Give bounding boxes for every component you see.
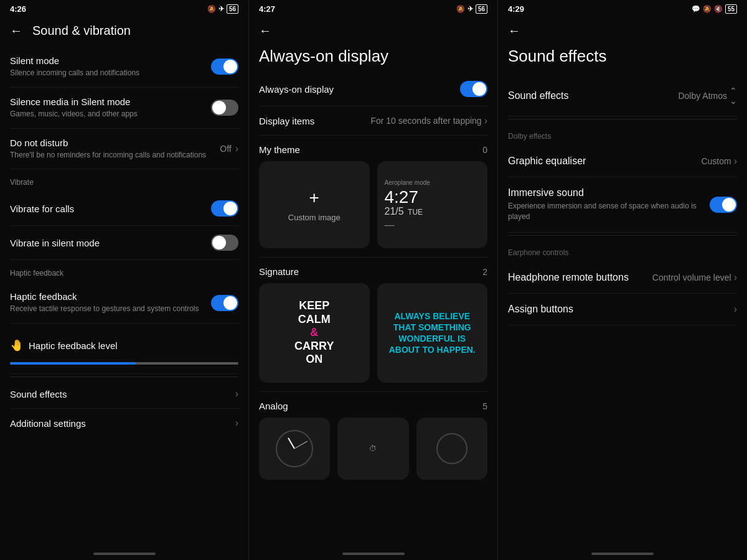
clock-aero: Aeroplane mode xyxy=(385,179,481,186)
hour-hand xyxy=(288,437,295,449)
clock-time: 4:27 xyxy=(385,189,481,206)
page-title-1: Sound & vibration xyxy=(32,24,131,38)
dnd-label: Do not disturb xyxy=(10,138,206,148)
silent-mode-toggle[interactable] xyxy=(211,58,238,75)
bottom-bar-2 xyxy=(342,553,405,555)
page-header-3: ← xyxy=(498,17,747,47)
vibrate-silent-label: Vibrate in silent mode xyxy=(10,238,100,248)
keep-line1: KEEP CALM & CARRY ON xyxy=(294,299,334,366)
back-button-3[interactable]: ← xyxy=(508,24,520,38)
my-theme-count: 0 xyxy=(482,145,487,155)
headphone-chevron: › xyxy=(734,272,737,283)
time-1: 4:26 xyxy=(10,4,26,14)
sound-effects-title: Sound effects xyxy=(508,47,737,66)
silent-mode-label: Silent mode xyxy=(10,55,139,66)
immersive-text: Immersive sound Experience immersion and… xyxy=(508,187,710,222)
display-items-chevron: › xyxy=(484,115,487,126)
dnd-sublabel: There'll be no reminders for incoming ca… xyxy=(10,150,206,161)
headphone-item[interactable]: Headphone remote buttons Control volume … xyxy=(508,262,737,294)
vibrate-section-label: Vibrate xyxy=(10,169,238,192)
haptic-slider-track[interactable] xyxy=(10,362,238,365)
vibrate-calls-toggle[interactable] xyxy=(211,200,238,217)
signature-count: 2 xyxy=(482,267,487,277)
assign-buttons-item[interactable]: Assign buttons › xyxy=(508,294,737,325)
bottom-bar-1 xyxy=(93,553,156,555)
silent-mode-text: Silent mode Silence incoming calls and n… xyxy=(10,55,139,78)
silent-mode-sublabel: Silence incoming calls and notifications xyxy=(10,68,139,78)
immersive-toggle[interactable] xyxy=(710,197,737,213)
graphic-eq-chevron: › xyxy=(734,156,737,167)
plus-icon: + xyxy=(309,188,319,208)
time-3: 4:29 xyxy=(508,4,524,14)
additional-settings-item[interactable]: Additional settings › xyxy=(10,409,238,437)
flight-icon-2: ✈ xyxy=(467,5,473,13)
vibrate-calls-label: Vibrate for calls xyxy=(10,203,74,214)
vol-icon: 🔇 xyxy=(714,5,723,13)
whatsapp-icon: 💬 xyxy=(692,5,700,13)
headphone-label: Headphone remote buttons xyxy=(508,272,629,283)
status-icons-1: 🔕 ✈ 56 xyxy=(207,4,238,14)
vibrate-silent-toggle[interactable] xyxy=(211,235,238,251)
analog-card-3[interactable] xyxy=(416,418,487,480)
haptic-sublabel: Receive tactile response to gestures and… xyxy=(10,304,199,314)
silence-media-toggle[interactable] xyxy=(211,100,238,116)
scroll-content-1: Silent mode Silence incoming calls and n… xyxy=(0,47,248,548)
analog-grid: ⏱ xyxy=(259,418,487,480)
custom-image-label: Custom image xyxy=(288,213,341,222)
page-header-1: ← Sound & vibration xyxy=(0,17,248,47)
analog-card-1[interactable] xyxy=(259,418,330,480)
mute-icon: 🔕 xyxy=(207,5,216,13)
analog-card-2[interactable]: ⏱ xyxy=(337,418,408,480)
analog-item: Analog 5 ⏱ xyxy=(259,392,487,488)
haptic-toggle[interactable] xyxy=(211,295,238,311)
additional-chevron: › xyxy=(235,418,238,429)
believe-text: ALWAYS BELIEVE THAT SOMETHING WONDERFUL … xyxy=(377,303,488,363)
graphic-eq-value: Custom xyxy=(701,156,731,166)
clock-preview-card[interactable]: Aeroplane mode 4:27 21/5 TUE — xyxy=(377,161,488,248)
graphic-eq-item[interactable]: Graphic equaliser Custom › xyxy=(508,146,737,177)
sound-effects-item[interactable]: Sound effects › xyxy=(10,380,238,409)
analog-clock-1 xyxy=(276,430,313,467)
dnd-item[interactable]: Do not disturb There'll be no reminders … xyxy=(10,129,238,170)
immersive-sublabel: Experience immersion and sense of space … xyxy=(508,201,702,222)
back-button-1[interactable]: ← xyxy=(10,24,22,38)
back-button-2[interactable]: ← xyxy=(259,24,271,38)
time-2: 4:27 xyxy=(259,4,275,14)
divider-2 xyxy=(508,235,737,236)
display-items-label: Display items xyxy=(259,116,314,126)
status-bar-3: 4:29 💬 🔕 🔇 55 xyxy=(498,0,747,17)
aod-label: Always-on display xyxy=(259,84,334,95)
vibrate-silent-item: Vibrate in silent mode xyxy=(10,226,238,260)
keep-calm-content: KEEP CALM & CARRY ON xyxy=(284,289,344,376)
panel-sound-effects: 4:29 💬 🔕 🔇 55 ← Sound effects Sound effe… xyxy=(498,0,747,560)
aod-toggle-item: Always-on display xyxy=(259,72,487,106)
status-bar-1: 4:26 🔕 ✈ 56 xyxy=(0,0,248,17)
scroll-content-2: Always-on display Display items For 10 s… xyxy=(249,72,497,548)
status-bar-2: 4:27 🔕 ✈ 56 xyxy=(249,0,497,17)
clock-dash: — xyxy=(385,220,481,231)
bottom-bar-3 xyxy=(591,553,654,555)
believe-card[interactable]: ALWAYS BELIEVE THAT SOMETHING WONDERFUL … xyxy=(377,283,488,383)
sound-effects-label: Sound effects xyxy=(10,389,67,399)
graphic-eq-value-row: Custom › xyxy=(701,156,737,167)
battery-2: 56 xyxy=(476,4,487,14)
aod-title: Always-on display xyxy=(259,47,487,66)
graphic-eq-label: Graphic equaliser xyxy=(508,156,586,167)
haptic-feedback-item: Haptic feedback Receive tactile response… xyxy=(10,282,238,324)
additional-settings-label: Additional settings xyxy=(10,418,86,429)
signature-grid: KEEP CALM & CARRY ON ALWAYS BELIEVE THAT… xyxy=(259,283,487,383)
display-items-item[interactable]: Display items For 10 seconds after tappi… xyxy=(259,106,487,136)
theme-grid: + Custom image Aeroplane mode 4:27 21/5 … xyxy=(259,161,487,248)
flight-icon: ✈ xyxy=(218,5,224,13)
earphone-section: Earphone controls xyxy=(508,238,737,262)
divider-1 xyxy=(508,119,737,119)
aod-toggle[interactable] xyxy=(460,81,487,97)
panel-aod: 4:27 🔕 ✈ 56 ← Always-on display Always-o… xyxy=(249,0,498,560)
battery-3: 55 xyxy=(725,4,737,14)
my-theme-item: My theme 0 + Custom image Aeroplane mode… xyxy=(259,136,487,258)
custom-image-card[interactable]: + Custom image xyxy=(259,161,370,248)
keep-calm-card[interactable]: KEEP CALM & CARRY ON xyxy=(259,283,370,383)
analog-clock-3 xyxy=(436,433,467,464)
sound-effects-main-item[interactable]: Sound effects Dolby Atmos ⌃⌄ xyxy=(508,76,737,116)
analog-count: 5 xyxy=(482,401,487,411)
